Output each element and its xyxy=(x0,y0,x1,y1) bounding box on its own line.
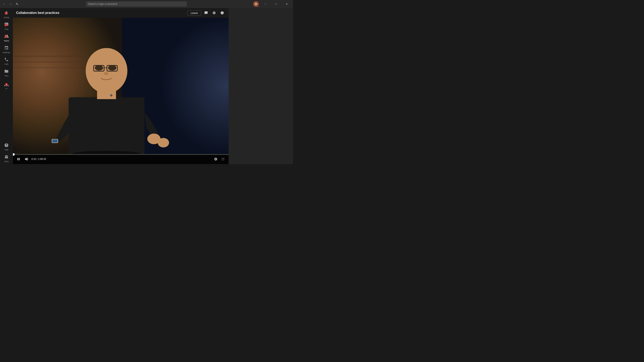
svg-point-13 xyxy=(95,65,103,70)
maximize-button[interactable]: □ xyxy=(271,1,280,7)
titlebar-right: M – □ ✕ xyxy=(253,1,292,7)
compose-button[interactable]: ✎ xyxy=(14,1,20,7)
svg-rect-10 xyxy=(69,97,144,154)
leave-button[interactable]: Leave xyxy=(187,10,201,16)
sidebar-item-activity[interactable]: 2 Activity xyxy=(1,9,12,20)
fullscreen-button[interactable] xyxy=(220,156,226,162)
info-button[interactable] xyxy=(219,10,226,16)
titlebar: ← → ✎ Search or type a command M – □ ✕ xyxy=(0,0,293,8)
svg-point-12 xyxy=(86,48,128,93)
meetings-label: Meetings xyxy=(3,52,10,53)
help-label: Help xyxy=(5,149,8,151)
avatar[interactable]: M xyxy=(253,1,259,7)
right-panel xyxy=(228,8,293,164)
back-button[interactable]: ← xyxy=(2,1,7,7)
titlebar-left: ← → ✎ xyxy=(2,1,20,7)
more-icon: ● xyxy=(4,83,9,87)
svg-rect-7 xyxy=(13,61,84,63)
current-time: 0:10 xyxy=(32,158,36,160)
pause-button[interactable] xyxy=(15,156,22,162)
more-label: ••• xyxy=(6,88,7,90)
files-label: Files xyxy=(4,75,8,77)
minimize-button[interactable]: – xyxy=(260,1,270,7)
sidebar: 2 Activity 1 Chat 1 Teams xyxy=(0,8,13,164)
sidebar-item-calls[interactable]: Calls xyxy=(1,55,12,67)
content-area: Collaboration best practices Leave xyxy=(13,8,228,164)
sidebar-item-help[interactable]: Help xyxy=(1,141,12,152)
sidebar-item-store[interactable]: Store xyxy=(1,153,12,164)
sidebar-item-more[interactable]: ● ••• xyxy=(1,80,12,92)
controls-right xyxy=(212,156,226,162)
store-icon xyxy=(4,155,9,160)
video-container[interactable] xyxy=(13,18,228,154)
progress-handle[interactable] xyxy=(13,153,15,156)
store-label: Store xyxy=(4,161,9,162)
meetings-icon xyxy=(4,46,9,51)
chat-label: Chat xyxy=(4,28,8,30)
main-area: 2 Activity 1 Chat 1 Teams xyxy=(0,8,293,164)
chat-badge: 1 xyxy=(5,23,8,26)
svg-point-2 xyxy=(8,85,9,86)
avatar-status xyxy=(257,5,259,7)
calls-icon xyxy=(4,57,9,63)
svg-rect-22 xyxy=(52,140,57,142)
activity-icon: 2 xyxy=(4,11,9,16)
teams-icon: 1 xyxy=(4,34,9,39)
more-badge: ● xyxy=(5,83,8,86)
total-time: 1:08:33 xyxy=(38,158,46,160)
svg-rect-8 xyxy=(13,67,90,69)
files-icon xyxy=(4,69,9,74)
video-background xyxy=(13,18,228,154)
search-bar[interactable]: Search or type a command xyxy=(86,1,187,7)
activity-label: Activity xyxy=(4,17,10,18)
close-button[interactable]: ✕ xyxy=(282,1,292,7)
activity-badge: 2 xyxy=(5,12,8,15)
sidebar-item-meetings[interactable]: Meetings xyxy=(1,44,12,55)
chat-icon: 1 xyxy=(4,22,9,28)
volume-button[interactable] xyxy=(23,156,30,162)
progress-bar-container[interactable] xyxy=(13,154,228,155)
sidebar-item-teams[interactable]: 1 Teams xyxy=(1,32,12,43)
time-separator: / xyxy=(37,158,37,160)
search-placeholder: Search or type a command xyxy=(88,2,117,5)
help-icon xyxy=(4,143,9,148)
svg-point-18 xyxy=(104,72,108,75)
nav-buttons: ← → xyxy=(2,1,13,7)
svg-point-14 xyxy=(108,65,116,70)
progress-bar-fill xyxy=(13,154,14,155)
svg-point-20 xyxy=(158,138,169,147)
calls-label: Calls xyxy=(4,63,8,65)
time-display: 0:10 / 1:08:33 xyxy=(32,158,46,160)
settings-button[interactable] xyxy=(211,10,217,16)
teams-badge: 1 xyxy=(5,35,8,38)
teams-label: Teams xyxy=(4,40,9,42)
video-header-actions: Leave xyxy=(187,10,226,16)
sidebar-item-chat[interactable]: 1 Chat xyxy=(1,20,12,32)
video-title: Collaboration best practices xyxy=(16,11,59,15)
video-controls: 0:10 / 1:08:33 xyxy=(13,154,228,164)
sidebar-item-files[interactable]: Files xyxy=(1,67,12,78)
svg-rect-6 xyxy=(13,55,93,57)
chat-panel-button[interactable] xyxy=(203,10,209,16)
svg-point-23 xyxy=(110,94,112,96)
video-settings-button[interactable] xyxy=(212,156,219,162)
video-frame xyxy=(13,18,228,154)
video-header: Collaboration best practices Leave xyxy=(13,8,228,18)
forward-button[interactable]: → xyxy=(8,1,13,7)
